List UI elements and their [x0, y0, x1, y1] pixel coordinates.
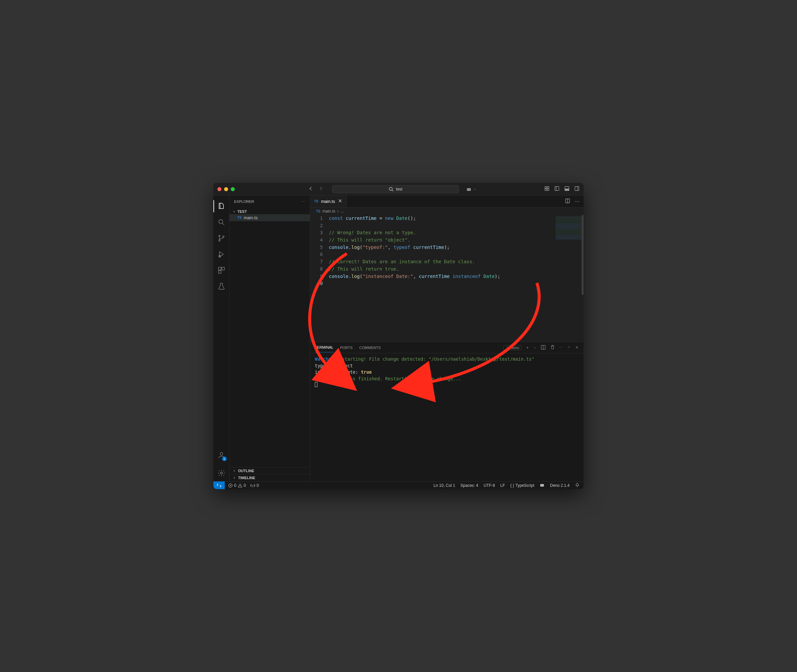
split-terminal-button[interactable]: [541, 345, 546, 351]
close-icon: [338, 198, 342, 203]
status-copilot[interactable]: [540, 483, 545, 488]
ts-icon: TS: [316, 210, 321, 213]
toggle-secondary-sidebar-icon[interactable]: [574, 186, 580, 192]
svg-point-12: [219, 219, 223, 224]
search-icon: [217, 218, 225, 226]
new-terminal-button[interactable]: ＋: [525, 345, 529, 350]
svg-point-27: [543, 485, 543, 485]
svg-point-20: [220, 453, 223, 455]
status-indentation[interactable]: Spaces: 4: [460, 483, 478, 488]
chevron-right-icon: [232, 476, 236, 480]
chevron-right-icon: [232, 469, 236, 473]
maximize-window-button[interactable]: [231, 187, 235, 191]
antenna-icon: [251, 483, 255, 488]
ts-icon: TS: [314, 200, 318, 203]
svg-point-0: [390, 187, 393, 190]
close-panel-button[interactable]: [575, 346, 579, 350]
svg-rect-7: [547, 189, 549, 190]
status-problems[interactable]: 0 0: [228, 483, 246, 488]
status-ports[interactable]: 0: [251, 483, 259, 488]
toggle-panel-icon[interactable]: [564, 186, 570, 192]
panel-tab-comments[interactable]: COMMENTS: [359, 343, 380, 352]
status-eol[interactable]: LF: [500, 483, 505, 488]
code-editor[interactable]: 1const currentTime = new Date(); 2 3// W…: [310, 215, 584, 342]
status-runtime[interactable]: Deno 2.1.4: [550, 483, 570, 488]
nav-back-button[interactable]: [308, 186, 313, 192]
activity-run-debug[interactable]: [213, 246, 230, 262]
close-window-button[interactable]: [217, 187, 221, 191]
close-tab-button[interactable]: [338, 198, 342, 204]
status-cursor-position[interactable]: Ln 10, Col 1: [433, 483, 455, 488]
search-text: test: [396, 187, 402, 192]
account-badge: 1: [222, 456, 227, 461]
svg-rect-8: [555, 187, 559, 190]
activity-source-control[interactable]: [213, 230, 230, 246]
activity-search[interactable]: [213, 214, 230, 230]
bottom-panel: TERMINAL PORTS COMMENTS deno ＋ ⋯: [310, 342, 584, 481]
chevron-down-icon: [232, 210, 236, 214]
svg-rect-5: [547, 187, 549, 188]
svg-rect-1: [467, 188, 471, 191]
timeline-section[interactable]: TIMELINE: [230, 474, 310, 481]
activity-settings[interactable]: [213, 465, 230, 481]
svg-point-15: [223, 236, 224, 237]
status-notifications[interactable]: [575, 483, 580, 488]
chevron-down-icon: [473, 187, 476, 191]
svg-rect-18: [222, 267, 224, 270]
terminal-output[interactable]: Watcher Restarting! File change detected…: [310, 354, 584, 481]
copilot-button[interactable]: [466, 187, 476, 192]
vscode-window: test: [213, 183, 584, 489]
bell-icon: [575, 483, 580, 487]
chevron-down-icon[interactable]: [533, 346, 537, 349]
status-encoding[interactable]: UTF-8: [484, 483, 495, 488]
remote-button[interactable]: [213, 482, 225, 489]
ts-icon: TS: [238, 216, 242, 219]
minimap[interactable]: [556, 216, 583, 240]
git-branch-icon: [217, 234, 225, 242]
tab-main-ts[interactable]: TS main.ts: [310, 195, 347, 207]
outline-section[interactable]: OUTLINE: [230, 467, 310, 474]
breadcrumb[interactable]: TS main.ts › ...: [310, 208, 584, 215]
gear-icon: [217, 469, 225, 477]
status-language[interactable]: { } TypeScript: [510, 483, 534, 488]
titlebar: test: [213, 183, 584, 195]
terminal-shell-selector[interactable]: deno: [503, 345, 522, 350]
scrollbar-thumb[interactable]: [581, 215, 584, 295]
copilot-icon: [540, 483, 545, 488]
file-item-main-ts[interactable]: TS main.ts: [230, 214, 310, 221]
kill-terminal-button[interactable]: [550, 345, 555, 351]
toggle-sidebar-icon[interactable]: [554, 186, 559, 192]
close-icon: [575, 346, 579, 349]
svg-point-3: [470, 189, 470, 190]
svg-point-13: [219, 235, 220, 237]
svg-rect-11: [575, 187, 579, 190]
editor-group: TS main.ts ⋯ TS main.ts › ...: [310, 195, 584, 481]
split-editor-button[interactable]: [565, 198, 570, 205]
editor-more-button[interactable]: ⋯: [574, 198, 580, 205]
command-center-search[interactable]: test: [332, 185, 459, 193]
panel-tab-ports[interactable]: PORTS: [340, 343, 353, 352]
panel-tab-terminal[interactable]: TERMINAL: [315, 343, 334, 352]
svg-rect-25: [540, 484, 544, 486]
minimize-window-button[interactable]: [224, 187, 228, 191]
svg-point-2: [468, 189, 468, 190]
play-bug-icon: [217, 250, 225, 258]
svg-rect-6: [545, 189, 546, 190]
activity-extensions[interactable]: [213, 262, 230, 278]
layout-grid-icon[interactable]: [544, 186, 549, 192]
activity-testing[interactable]: [213, 278, 230, 294]
activity-accounts[interactable]: 1: [213, 447, 230, 463]
error-icon: [228, 483, 233, 488]
activity-explorer[interactable]: [213, 198, 230, 214]
nav-forward-button[interactable]: [318, 186, 323, 192]
folder-header[interactable]: TEST: [230, 209, 310, 214]
panel-more-button[interactable]: ⋯: [559, 346, 563, 350]
svg-rect-17: [219, 267, 221, 270]
copilot-icon: [466, 187, 471, 192]
svg-rect-10: [565, 189, 569, 190]
warning-icon: [238, 483, 243, 488]
maximize-panel-button[interactable]: [567, 346, 571, 350]
beaker-icon: [217, 282, 225, 290]
sidebar-title: EXPLORER: [234, 200, 254, 203]
sidebar-more-button[interactable]: ⋯: [302, 200, 305, 204]
